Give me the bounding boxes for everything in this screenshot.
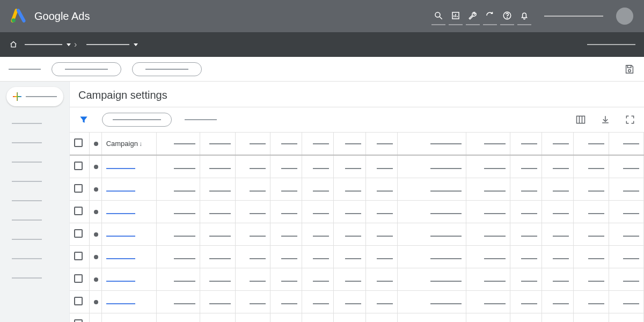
cell bbox=[542, 178, 574, 200]
column-header[interactable] bbox=[510, 133, 541, 155]
column-header[interactable] bbox=[270, 133, 302, 155]
cell bbox=[235, 313, 270, 322]
cell bbox=[235, 290, 270, 313]
cell bbox=[510, 178, 541, 200]
download-icon[interactable] bbox=[600, 114, 611, 125]
cell bbox=[270, 245, 302, 268]
cell bbox=[302, 223, 334, 245]
columns-icon[interactable] bbox=[575, 114, 586, 125]
campaign-link[interactable] bbox=[101, 290, 156, 313]
row-status bbox=[90, 200, 101, 223]
cell bbox=[510, 155, 541, 178]
row-checkbox[interactable] bbox=[70, 155, 90, 178]
column-header[interactable] bbox=[156, 133, 200, 155]
cell bbox=[235, 178, 270, 200]
campaign-header[interactable]: Campaign ↓ bbox=[101, 133, 156, 155]
app-header: Google Ads bbox=[0, 0, 644, 32]
column-header[interactable] bbox=[365, 133, 397, 155]
refresh-icon[interactable] bbox=[483, 7, 497, 25]
sidebar-item[interactable] bbox=[0, 152, 69, 172]
row-checkbox[interactable] bbox=[70, 245, 90, 268]
filter-icon[interactable] bbox=[78, 114, 89, 125]
content-panel: Campaign settings Campaign ↓ bbox=[70, 82, 644, 322]
campaign-link[interactable] bbox=[101, 155, 156, 178]
column-header[interactable] bbox=[466, 133, 510, 155]
filter-chip[interactable] bbox=[102, 113, 172, 127]
cell bbox=[574, 313, 609, 322]
cell bbox=[466, 245, 510, 268]
toolbar-pill-1[interactable] bbox=[52, 62, 121, 76]
row-status bbox=[90, 223, 101, 245]
notifications-icon[interactable] bbox=[517, 7, 531, 25]
sidebar-item[interactable] bbox=[0, 114, 69, 133]
sidebar-item[interactable] bbox=[0, 230, 69, 249]
cell bbox=[235, 245, 270, 268]
cell bbox=[200, 290, 235, 313]
cell bbox=[302, 155, 334, 178]
sidebar-item[interactable] bbox=[0, 210, 69, 230]
campaign-link[interactable] bbox=[101, 178, 156, 200]
cell bbox=[156, 290, 200, 313]
campaign-link[interactable] bbox=[101, 200, 156, 223]
cell bbox=[235, 200, 270, 223]
campaign-link[interactable] bbox=[101, 223, 156, 245]
campaign-link[interactable] bbox=[101, 245, 156, 268]
plus-icon bbox=[13, 92, 21, 101]
cell bbox=[542, 290, 574, 313]
sidebar-item[interactable] bbox=[0, 249, 69, 268]
tools-icon[interactable] bbox=[466, 7, 480, 25]
campaign-link[interactable] bbox=[101, 268, 156, 290]
toolbar-pill-2[interactable] bbox=[132, 62, 202, 76]
sidebar-item[interactable] bbox=[0, 268, 69, 288]
reports-icon[interactable] bbox=[449, 7, 463, 25]
column-header[interactable] bbox=[200, 133, 235, 155]
cell bbox=[302, 313, 334, 322]
cell bbox=[510, 200, 541, 223]
account-placeholder bbox=[544, 16, 603, 17]
cell bbox=[466, 268, 510, 290]
row-checkbox[interactable] bbox=[70, 200, 90, 223]
cell bbox=[574, 268, 609, 290]
cell bbox=[365, 313, 397, 322]
row-status bbox=[90, 313, 101, 322]
cell bbox=[302, 178, 334, 200]
column-header[interactable] bbox=[334, 133, 365, 155]
help-icon[interactable] bbox=[500, 7, 514, 25]
cell bbox=[609, 313, 643, 322]
home-icon[interactable] bbox=[9, 40, 18, 49]
cell bbox=[270, 290, 302, 313]
breadcrumb-segment-2[interactable] bbox=[86, 43, 138, 46]
column-header[interactable] bbox=[235, 133, 270, 155]
cell bbox=[466, 178, 510, 200]
sidebar-item[interactable] bbox=[0, 133, 69, 152]
row-status bbox=[90, 155, 101, 178]
svg-point-10 bbox=[628, 69, 631, 72]
breadcrumb-segment-1[interactable] bbox=[25, 43, 71, 46]
cell bbox=[334, 178, 365, 200]
column-header[interactable] bbox=[397, 133, 466, 155]
row-checkbox[interactable] bbox=[70, 313, 90, 322]
select-all-header[interactable] bbox=[70, 133, 90, 155]
column-header[interactable] bbox=[302, 133, 334, 155]
expand-icon[interactable] bbox=[625, 114, 635, 125]
row-checkbox[interactable] bbox=[70, 178, 90, 200]
sidebar-item[interactable] bbox=[0, 191, 69, 210]
avatar[interactable] bbox=[616, 8, 633, 25]
svg-point-8 bbox=[507, 18, 508, 18]
cell bbox=[466, 155, 510, 178]
cell bbox=[466, 290, 510, 313]
sidebar-item[interactable] bbox=[0, 172, 69, 191]
column-header[interactable] bbox=[574, 133, 609, 155]
row-checkbox[interactable] bbox=[70, 223, 90, 245]
row-checkbox[interactable] bbox=[70, 268, 90, 290]
new-button[interactable] bbox=[6, 87, 63, 106]
row-checkbox[interactable] bbox=[70, 290, 90, 313]
column-header[interactable] bbox=[609, 133, 643, 155]
save-icon[interactable] bbox=[624, 63, 635, 75]
search-icon[interactable] bbox=[431, 7, 445, 25]
cell bbox=[365, 268, 397, 290]
column-header[interactable] bbox=[542, 133, 574, 155]
cell bbox=[156, 268, 200, 290]
campaign-link[interactable] bbox=[101, 313, 156, 322]
cell bbox=[156, 155, 200, 178]
